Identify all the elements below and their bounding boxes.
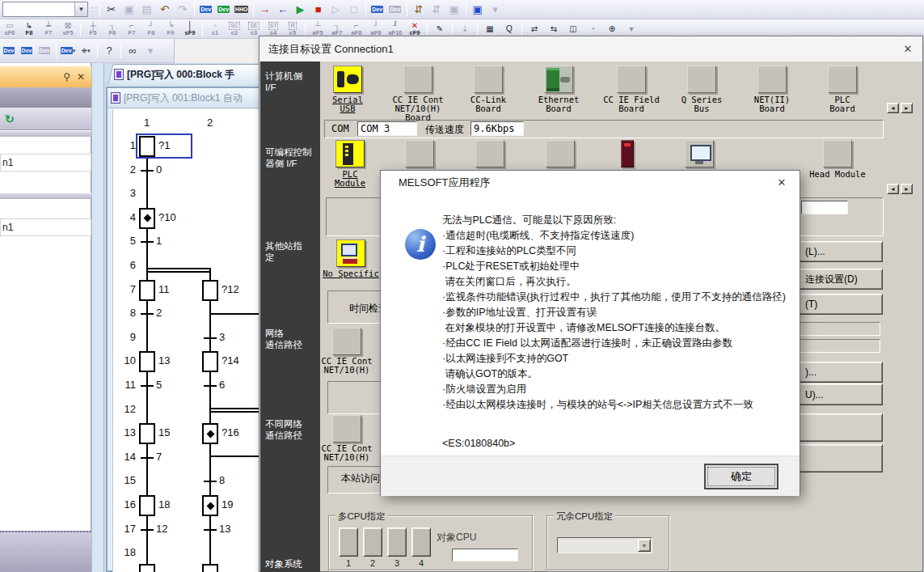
device-display-menu[interactable]: Dev▾ [59, 43, 77, 59]
sfc-transition[interactable] [141, 457, 154, 459]
cut-icon[interactable]: ✂ [103, 2, 120, 18]
program-combo[interactable]: ▼ [2, 2, 88, 17]
pc-if-device-icon[interactable] [544, 66, 573, 93]
monitor-stop-icon[interactable]: ■ [310, 2, 327, 18]
pc-if-device-icon[interactable] [617, 66, 646, 93]
plc-if-device-icon[interactable] [405, 140, 434, 167]
pc-if-device-label[interactable]: CC IE Field Board [595, 95, 668, 113]
sfc-transition[interactable] [204, 385, 217, 387]
toolbar3-overflow[interactable]: ▾ [141, 43, 159, 59]
error-close-icon[interactable]: ✕ [772, 174, 791, 191]
sfc-F7-button[interactable]: ⌐F7 [122, 20, 141, 38]
plc-if-device-icon[interactable] [685, 140, 714, 167]
sfc-selection[interactable] [136, 133, 192, 159]
plc-if-device-icon[interactable] [621, 140, 634, 167]
paste-icon[interactable]: ▤ [138, 2, 156, 18]
device-ccl-icon[interactable]: Dev [36, 43, 53, 59]
scroll-left-icon[interactable]: ◄ [887, 103, 899, 113]
help-icon[interactable]: ? [100, 43, 118, 59]
sfc-step[interactable] [202, 280, 218, 301]
pc-if-device-label[interactable]: Ethernet Board [522, 95, 595, 113]
pc-if-device-icon[interactable] [474, 66, 503, 93]
pc-if-device-label[interactable]: Serial USB [311, 95, 384, 113]
device-monitor-icon[interactable]: Dev [215, 2, 233, 18]
connection-item[interactable]: n1 [0, 154, 91, 172]
child-window-titlebar[interactable]: [PRG]写入 001:Block1 自动 [108, 88, 259, 108]
sfc-sF6-button[interactable]: ▭sF6 [0, 20, 19, 38]
sfc-c2-button[interactable]: SCc2 [225, 20, 244, 38]
tab-block0-label-wrap[interactable]: [PRG]写入 000:Block 手 [114, 67, 258, 82]
plc-if-device-icon[interactable] [546, 140, 575, 167]
copy-icon[interactable]: ▣ [120, 2, 138, 18]
sfc-transition[interactable] [141, 529, 154, 531]
find-binoculars-icon[interactable]: ∞ [124, 43, 141, 59]
ok-button[interactable]: 确定 [704, 464, 778, 489]
sfc-transition[interactable] [204, 481, 217, 482]
station-no-field[interactable] [801, 201, 848, 214]
pc-if-device-icon[interactable] [828, 66, 857, 93]
device-test-icon[interactable]: Dev [386, 2, 404, 18]
sfc-step[interactable] [139, 351, 155, 372]
program-copy-icon[interactable]: ▣ [445, 2, 463, 18]
network-route-device-icon[interactable] [332, 328, 361, 355]
sfc-sF5-button[interactable]: ⊠sF5 [58, 20, 78, 38]
cpu-3-button[interactable] [387, 528, 407, 557]
dialog-titlebar[interactable]: 连接目标设置 Connection1 [259, 36, 922, 61]
sfc-step[interactable] [202, 564, 218, 572]
device-memory-icon[interactable]: Dev [18, 43, 36, 59]
com-port-field[interactable]: COM 3 [357, 121, 417, 136]
pc-if-device-label[interactable]: PLC Board [806, 95, 879, 113]
device-comment-icon[interactable]: Dev [0, 43, 18, 59]
cpu-2-button[interactable] [363, 528, 382, 557]
vertical-splitter[interactable] [91, 63, 104, 572]
connection-item[interactable]: n1 [0, 218, 91, 236]
coexist-route-device-icon[interactable] [332, 415, 361, 443]
panel-footer[interactable] [0, 531, 91, 572]
read-from-plc-icon[interactable]: ← [274, 2, 292, 18]
pc-if-device-label[interactable]: CC-Link Board [452, 95, 525, 113]
sfc-transition[interactable] [141, 241, 154, 243]
write-to-plc-icon[interactable]: → [256, 2, 274, 18]
sfc-transition[interactable] [141, 313, 154, 315]
sfc-step[interactable] [139, 423, 155, 444]
cpu-4-button[interactable] [411, 528, 431, 557]
scroll-right-icon[interactable]: ► [901, 184, 913, 194]
sfc-diagram-canvas[interactable]: 12123456789101112131415161718?10?10111?1… [112, 109, 259, 572]
undo-icon[interactable]: ↶ [156, 2, 174, 18]
combo-dropdown-icon[interactable]: ▼ [74, 2, 87, 16]
pc-if-device-icon[interactable] [757, 66, 787, 93]
program-check-icon[interactable]: ⇵ [428, 2, 445, 18]
sfc-F9-button[interactable]: ╘F9 [161, 20, 180, 38]
dropdown-arrow-icon[interactable]: ▼ [638, 539, 651, 552]
device-test-menu[interactable]: ⌖▾ [77, 43, 95, 59]
plc-if-device-icon[interactable] [823, 140, 852, 167]
refresh-icon[interactable]: ↻ [5, 112, 15, 125]
other-station-device-label[interactable]: No Specific [314, 269, 387, 278]
plc-if-device-icon[interactable] [335, 140, 365, 167]
redo-icon[interactable]: ↷ [174, 2, 192, 18]
sfc-transition[interactable] [141, 385, 154, 387]
scroll-left-icon[interactable]: ◄ [887, 184, 899, 194]
scroll-right-icon[interactable]: ► [901, 103, 913, 113]
toolbar-grip[interactable]: ⸬ [91, 5, 95, 15]
close-icon[interactable]: ✕ [77, 71, 85, 83]
pc-if-device-icon[interactable] [403, 66, 432, 93]
sfc-sF9-button[interactable]: │sF9 [180, 20, 200, 38]
network-route-device-label[interactable]: CC IE Cont NET/10(H) [310, 357, 383, 375]
toolbar1-overflow[interactable]: ▾ [487, 2, 504, 18]
plc-security-icon[interactable]: ▣ [469, 2, 487, 18]
sfc-F8-button[interactable]: ↳F8 [19, 20, 39, 38]
cpu-1-button[interactable] [339, 528, 358, 557]
speed-field[interactable]: 9.6Kbps [470, 121, 524, 136]
device-batch-icon[interactable]: Dev [369, 2, 386, 18]
sfc-F7-button[interactable]: ┷F7 [39, 20, 58, 38]
sfc-transition[interactable] [141, 170, 154, 172]
dialog-close-icon[interactable]: ✕ [898, 40, 918, 57]
plc-if-device-label[interactable]: PLC Module [314, 170, 386, 188]
pc-if-device-label[interactable]: NET(II) Board [736, 95, 808, 113]
sfc-step[interactable] [139, 564, 155, 572]
pc-if-device-label[interactable]: CC IE Cont NET/10(H) Board [382, 95, 454, 122]
sfc-step[interactable] [139, 495, 155, 516]
monitor-start-icon[interactable]: ▶ [292, 2, 310, 18]
error-dialog-titlebar[interactable]: MELSOFT应用程序 [381, 171, 800, 195]
